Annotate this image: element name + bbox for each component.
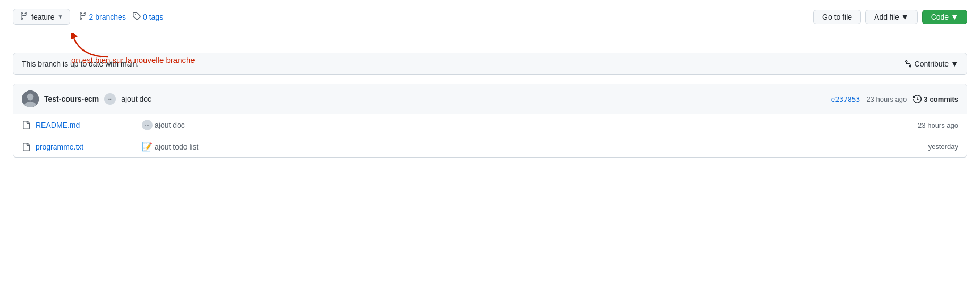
file-icon (22, 143, 30, 151)
commits-count-number: 3 (924, 95, 927, 103)
branches-icon (79, 12, 87, 22)
code-label: Code (931, 13, 949, 21)
branch-status-message: This branch is up to date with main. (22, 60, 139, 68)
commit-author[interactable]: Test-cours-ecm (44, 95, 99, 103)
file-commit-text-0: ajout doc (155, 121, 185, 129)
svg-point-2 (27, 94, 34, 101)
branch-status-bar: This branch is up to date with main. Con… (13, 53, 967, 75)
file-table: Test-cours-ecm ··· ajout doc e237853 23 … (13, 84, 967, 158)
commit-hash[interactable]: e237853 (831, 95, 860, 103)
toolbar-left: feature ▼ on est bien sur la nouvelle br… (13, 9, 163, 25)
table-row: programme.txt 📝 ajout todo list yesterda… (13, 136, 967, 157)
branch-icon (20, 12, 28, 22)
history-icon (913, 95, 922, 103)
go-to-file-button[interactable]: Go to file (813, 10, 861, 24)
toolbar: feature ▼ on est bien sur la nouvelle br… (13, 9, 967, 25)
file-name-1[interactable]: programme.txt (36, 143, 142, 151)
commit-bubble-icon: ··· (104, 93, 116, 105)
file-name-0[interactable]: README.md (36, 121, 142, 129)
commit-right: e237853 23 hours ago 3 commits (831, 95, 958, 103)
commits-label: commits (930, 95, 958, 103)
annotation-spacer (13, 34, 967, 53)
file-commit-text-1: ajout todo list (155, 143, 199, 151)
commit-header-row: Test-cours-ecm ··· ajout doc e237853 23 … (13, 84, 967, 114)
add-file-label: Add file (874, 13, 899, 21)
file-time-0: 23 hours ago (918, 121, 958, 129)
avatar[interactable] (22, 90, 39, 107)
commits-count-link[interactable]: 3 commits (913, 95, 958, 103)
branch-name: feature (31, 13, 55, 21)
branches-link[interactable]: 2 branches (79, 12, 126, 22)
branch-selector[interactable]: feature ▼ (13, 9, 70, 25)
add-file-button[interactable]: Add file ▼ (865, 10, 918, 24)
table-row: README.md ··· ajout doc 23 hours ago (13, 114, 967, 136)
code-button[interactable]: Code ▼ (922, 10, 967, 24)
meta-info: 2 branches 0 tags (79, 12, 164, 22)
tag-icon (132, 12, 141, 22)
commit-time: 23 hours ago (866, 95, 907, 103)
file-commit-bubble-icon-0: ··· (142, 120, 153, 130)
file-icon (22, 121, 30, 129)
branches-label: branches (95, 13, 126, 21)
contribute-button[interactable]: Contribute ▼ (904, 60, 958, 68)
go-to-file-label: Go to file (822, 13, 852, 21)
contribute-label: Contribute (915, 60, 949, 68)
contribute-chevron-icon: ▼ (951, 60, 958, 68)
commit-message: ajout doc (121, 95, 151, 103)
add-file-chevron-icon: ▼ (901, 13, 909, 21)
toolbar-right: Go to file Add file ▼ Code ▼ (813, 10, 967, 24)
contribute-icon (904, 60, 913, 68)
file-time-1: yesterday (928, 143, 958, 151)
tags-count: 0 (143, 13, 147, 21)
branches-count: 2 (89, 13, 94, 21)
file-commit-emoji-1: 📝 (142, 142, 153, 152)
file-commit-msg-1: 📝 ajout todo list (142, 142, 928, 152)
commit-left: Test-cours-ecm ··· ajout doc (22, 90, 151, 107)
tags-label: tags (149, 13, 163, 21)
branch-chevron-icon: ▼ (58, 14, 63, 20)
file-commit-msg-0: ··· ajout doc (142, 120, 918, 130)
tags-link[interactable]: 0 tags (132, 12, 163, 22)
code-chevron-icon: ▼ (951, 13, 958, 21)
